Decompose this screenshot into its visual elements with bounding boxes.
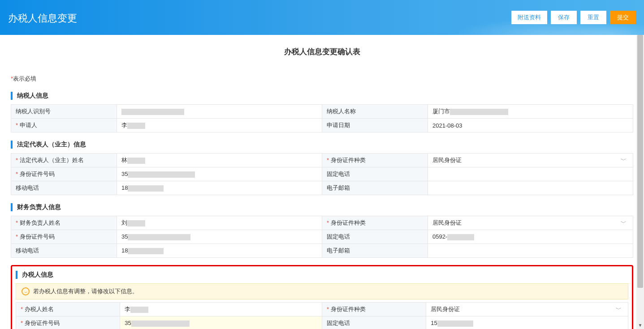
applicant-label: 申请人 bbox=[11, 119, 117, 132]
legal-mobile-label: 移动电话 bbox=[11, 181, 117, 195]
reset-button[interactable]: 重置 bbox=[580, 11, 606, 24]
redacted bbox=[450, 109, 508, 115]
legal-idtype-label: 身份证件种类 bbox=[322, 154, 428, 167]
handler-grid: 办税人姓名 李 身份证件种类 居民身份证﹀ 身份证件号码 35 固定电话 15 … bbox=[16, 302, 628, 329]
section-title-taxpayer: 纳税人信息 bbox=[11, 92, 633, 100]
taxpayer-name-label: 纳税人名称 bbox=[322, 105, 428, 119]
redacted bbox=[131, 320, 190, 327]
chevron-down-icon: ﹀ bbox=[621, 219, 627, 227]
finance-idno-label: 身份证件号码 bbox=[11, 230, 117, 244]
toolbar: 附送资料 保存 重置 提交 bbox=[511, 11, 636, 24]
legal-email-value[interactable] bbox=[428, 181, 633, 195]
redacted bbox=[127, 123, 145, 129]
scroll-down-icon[interactable]: ▼ bbox=[636, 321, 644, 329]
redacted bbox=[130, 307, 148, 313]
taxpayer-name-value: 厦门市 bbox=[428, 105, 633, 119]
redacted bbox=[128, 248, 164, 254]
scroll-thumb[interactable] bbox=[637, 35, 643, 288]
handler-phone-label: 固定电话 bbox=[322, 316, 426, 329]
required-note: *表示必填 bbox=[11, 75, 633, 83]
finance-phone-value: 0592- bbox=[428, 230, 633, 244]
legal-email-label: 电子邮箱 bbox=[322, 181, 428, 195]
taxpayer-grid: 纳税人识别号 纳税人名称 厦门市 申请人 李 申请日期 2021-08-03 bbox=[11, 104, 633, 132]
redacted bbox=[128, 185, 164, 192]
handler-name-label: 办税人姓名 bbox=[16, 303, 120, 316]
finance-phone-label: 固定电话 bbox=[322, 230, 428, 244]
finance-email-label: 电子邮箱 bbox=[322, 244, 428, 258]
redacted bbox=[128, 234, 190, 240]
handler-name-value[interactable]: 李 bbox=[120, 303, 322, 316]
legal-name-label: 法定代表人（业主）姓名 bbox=[11, 154, 117, 167]
legal-phone-label: 固定电话 bbox=[322, 167, 428, 181]
section-title-legal: 法定代表人（业主）信息 bbox=[11, 141, 633, 149]
form-content: 办税人信息变更确认表 *表示必填 纳税人信息 纳税人识别号 纳税人名称 厦门市 … bbox=[0, 47, 644, 329]
redacted bbox=[447, 234, 474, 240]
section-title-handler: 办税人信息 bbox=[16, 271, 628, 279]
handler-idno-value[interactable]: 35 bbox=[120, 316, 322, 329]
chevron-down-icon: ﹀ bbox=[616, 305, 622, 313]
handler-alert: ⌣ 若办税人信息有调整，请修改以下信息。 bbox=[16, 283, 628, 299]
attachments-button[interactable]: 附送资料 bbox=[511, 11, 547, 24]
handler-idno-label: 身份证件号码 bbox=[16, 316, 120, 329]
required-note-text: 表示必填 bbox=[13, 75, 36, 82]
finance-name-label: 财务负责人姓名 bbox=[11, 216, 117, 230]
legal-grid: 法定代表人（业主）姓名 林 身份证件种类 居民身份证﹀ 身份证件号码 35 固定… bbox=[11, 153, 633, 195]
page-title: 办税人信息变更 bbox=[8, 12, 77, 25]
taxpayer-id-label: 纳税人识别号 bbox=[11, 105, 117, 119]
form-title: 办税人信息变更确认表 bbox=[11, 47, 633, 57]
page-header: 办税人信息变更 附送资料 保存 重置 提交 bbox=[0, 0, 644, 35]
redacted bbox=[127, 220, 145, 226]
handler-highlight-box: 办税人信息 ⌣ 若办税人信息有调整，请修改以下信息。 办税人姓名 李 身份证件种… bbox=[11, 265, 633, 329]
redacted bbox=[128, 171, 195, 178]
finance-grid: 财务负责人姓名 刘 身份证件种类 居民身份证﹀ 身份证件号码 35 固定电话 0… bbox=[11, 216, 633, 258]
legal-phone-value[interactable] bbox=[428, 167, 633, 181]
applicant-value: 李 bbox=[117, 119, 322, 132]
redacted bbox=[437, 320, 473, 327]
chevron-down-icon: ﹀ bbox=[621, 156, 627, 164]
finance-email-value[interactable] bbox=[428, 244, 633, 258]
handler-idtype-value[interactable]: 居民身份证﹀ bbox=[426, 303, 628, 316]
taxpayer-id-value bbox=[117, 105, 322, 119]
handler-idtype-label: 身份证件种类 bbox=[322, 303, 426, 316]
legal-mobile-value: 18 bbox=[117, 181, 322, 195]
handler-phone-value[interactable]: 15 bbox=[426, 316, 628, 329]
finance-name-value: 刘 bbox=[117, 216, 322, 230]
legal-idtype-value[interactable]: 居民身份证﹀ bbox=[428, 154, 633, 167]
redacted bbox=[127, 158, 145, 164]
finance-mobile-value: 18 bbox=[117, 244, 322, 258]
submit-button[interactable]: 提交 bbox=[610, 11, 636, 24]
smile-icon: ⌣ bbox=[22, 287, 30, 295]
redacted bbox=[121, 109, 184, 115]
finance-mobile-label: 移动电话 bbox=[11, 244, 117, 258]
apply-date-value: 2021-08-03 bbox=[428, 119, 633, 132]
scrollbar[interactable]: ▲ ▼ bbox=[636, 35, 644, 329]
legal-name-value: 林 bbox=[117, 154, 322, 167]
save-button[interactable]: 保存 bbox=[551, 11, 577, 24]
legal-idno-label: 身份证件号码 bbox=[11, 167, 117, 181]
handler-alert-text: 若办税人信息有调整，请修改以下信息。 bbox=[33, 287, 138, 295]
section-title-finance: 财务负责人信息 bbox=[11, 203, 633, 211]
legal-idno-value: 35 bbox=[117, 167, 322, 181]
finance-idtype-label: 身份证件种类 bbox=[322, 216, 428, 230]
finance-idtype-value[interactable]: 居民身份证﹀ bbox=[428, 216, 633, 230]
apply-date-label: 申请日期 bbox=[322, 119, 428, 132]
finance-idno-value: 35 bbox=[117, 230, 322, 244]
